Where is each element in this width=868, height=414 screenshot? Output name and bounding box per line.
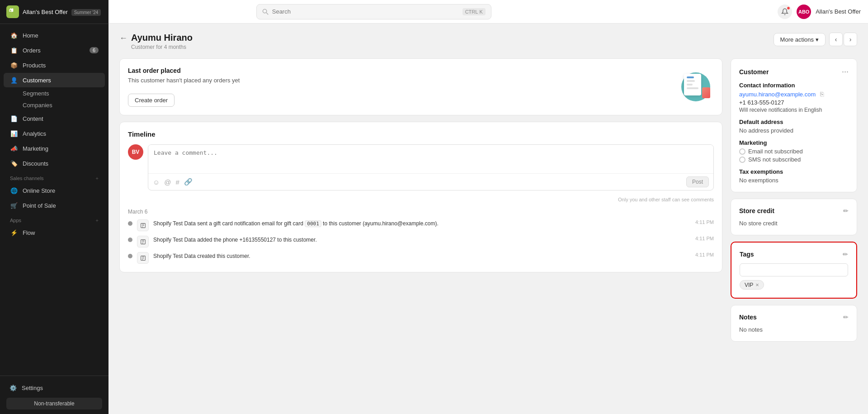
last-order-content: Last order placed This customer hasn't p… [128, 67, 240, 107]
comment-avatar: BV [128, 144, 143, 160]
timeline-dot [128, 254, 132, 258]
sidebar-item-marketing[interactable]: 📣 Marketing [4, 141, 105, 156]
page-title: Ayumu Hirano [131, 33, 193, 43]
sidebar-item-point-of-sale[interactable]: 🛒 Point of Sale [4, 198, 105, 213]
settings-label: Settings [22, 385, 43, 391]
last-order-title: Last order placed [128, 67, 240, 74]
comment-toolbar: ☺ @ # 🔗 Post [148, 173, 713, 190]
sidebar-item-flow[interactable]: ⚡ Flow [4, 225, 105, 240]
store-credit-header: Store credit ✏ [739, 207, 849, 214]
timeline-card: Timeline BV ☺ @ # 🔗 Post [119, 122, 722, 272]
shopify-logo [6, 5, 19, 18]
nav-next-button[interactable]: › [844, 33, 857, 46]
notes-value: No notes [739, 326, 849, 333]
timeline-time-1: 4:11 PM [695, 236, 714, 241]
apps-expand[interactable]: + [96, 218, 99, 223]
back-button[interactable]: ← [119, 33, 127, 43]
sms-marketing-radio [739, 157, 745, 163]
nav-label-home: Home [23, 32, 38, 39]
nav-label-orders: Orders [23, 47, 41, 54]
store-credit-value: No store credit [739, 220, 849, 227]
nav-label-pos: Point of Sale [23, 202, 56, 209]
tag-label-vip: VIP [745, 282, 753, 288]
customer-card-menu-button[interactable]: ··· [842, 67, 849, 76]
sales-channels-label: Sales channels + [0, 171, 108, 183]
illus-line-1 [687, 76, 694, 78]
apps-section-label: Apps + [0, 213, 108, 225]
illus-stripe [702, 87, 710, 98]
nav-prev-button[interactable]: ‹ [829, 33, 843, 46]
last-order-illustration [678, 71, 714, 103]
topbar-right: ABO Allan's Best Offer [778, 5, 861, 19]
mention-icon[interactable]: @ [164, 178, 171, 186]
nav-label-marketing: Marketing [23, 145, 48, 152]
sidebar-item-customers[interactable]: 👤 Customers [4, 73, 105, 87]
timeline-item: Shopify Test Data created this customer.… [128, 252, 714, 264]
sidebar: Allan's Best Offer Summer '24 🏠 Home 📋 O… [0, 0, 108, 414]
sidebar-subitem-companies[interactable]: Companies [4, 100, 105, 111]
email-marketing-label: Email not subscribed [748, 148, 803, 155]
customer-email[interactable]: ayumu.hirano@example.com [739, 91, 816, 98]
tags-title: Tags [740, 251, 754, 258]
illus-doc [684, 74, 701, 95]
page-content: ← Ayumu Hirano Customer for 4 months Mor… [108, 24, 868, 414]
store-credit-edit-icon[interactable]: ✏ [843, 207, 849, 214]
search-shortcut: CTRL K [462, 8, 486, 15]
sidebar-item-discounts[interactable]: 🏷️ Discounts [4, 156, 105, 171]
search-input[interactable] [272, 8, 459, 15]
hashtag-icon[interactable]: # [176, 178, 179, 186]
default-address-value: No address provided [739, 127, 849, 134]
tag-chip-vip: VIP × [740, 280, 764, 290]
discounts-icon: 🏷️ [10, 159, 18, 167]
notes-edit-icon[interactable]: ✏ [843, 314, 849, 321]
sidebar-header: Allan's Best Offer Summer '24 [0, 0, 108, 24]
sidebar-settings[interactable]: ⚙️ Settings [6, 381, 102, 395]
sales-channels-expand[interactable]: + [96, 176, 99, 181]
illus-line-3 [687, 84, 693, 86]
timeline-title: Timeline [128, 130, 714, 138]
timeline-item: Shopify Test Data added the phone +16135… [128, 236, 714, 247]
notes-header: Notes ✏ [739, 314, 849, 321]
timeline-event-icon [137, 219, 149, 231]
sidebar-subitem-segments[interactable]: Segments [4, 88, 105, 99]
sidebar-item-analytics[interactable]: 📊 Analytics [4, 126, 105, 141]
nav-label-discounts: Discounts [23, 160, 48, 167]
analytics-icon: 📊 [10, 129, 18, 138]
sidebar-item-home[interactable]: 🏠 Home [4, 28, 105, 43]
tags-input[interactable] [740, 263, 848, 276]
sidebar-item-products[interactable]: 📦 Products [4, 58, 105, 72]
nav-label-products: Products [23, 62, 46, 69]
notification-button[interactable] [778, 5, 792, 19]
post-button[interactable]: Post [686, 176, 709, 187]
search-bar[interactable]: CTRL K [256, 4, 491, 19]
emoji-icon[interactable]: ☺ [153, 178, 160, 186]
link-icon[interactable]: 🔗 [184, 178, 193, 186]
tag-remove-vip[interactable]: × [755, 281, 759, 288]
tags-list: VIP × [740, 280, 848, 290]
store-avatar[interactable]: ABO [797, 5, 811, 19]
more-actions-button[interactable]: More actions ▾ [774, 33, 826, 46]
copy-email-icon[interactable]: ⎘ [820, 90, 824, 98]
comment-input-wrap[interactable]: ☺ @ # 🔗 Post [148, 144, 714, 190]
timeline-event-icon [137, 252, 149, 264]
contact-info-title: Contact information [739, 82, 849, 89]
timeline-dot [128, 238, 132, 242]
topbar: CTRL K ABO Allan's Best Offer [108, 0, 868, 24]
orders-badge: 6 [90, 47, 99, 53]
sidebar-item-content[interactable]: 📄 Content [4, 111, 105, 126]
sidebar-item-online-store[interactable]: 🌐 Online Store [4, 183, 105, 198]
timeline-items: Shopify Test Data sent a gift card notif… [128, 219, 714, 264]
store-name-label: Allan's Best Offer [23, 9, 68, 15]
last-order-card: Last order placed This customer hasn't p… [119, 58, 722, 115]
svg-line-1 [266, 13, 268, 14]
comment-textarea[interactable] [148, 145, 713, 172]
create-order-button[interactable]: Create order [128, 94, 175, 107]
tax-title: Tax exemptions [739, 168, 849, 175]
orders-icon: 📋 [10, 46, 18, 54]
timeline-event-icon [137, 236, 149, 247]
sidebar-footer: ⚙️ Settings Non-transferable [0, 376, 108, 414]
sidebar-item-orders[interactable]: 📋 Orders 6 [4, 43, 105, 57]
timeline-time-2: 4:11 PM [695, 252, 714, 257]
customer-card-header: Customer ··· [739, 67, 849, 76]
tags-edit-icon[interactable]: ✏ [843, 251, 848, 258]
